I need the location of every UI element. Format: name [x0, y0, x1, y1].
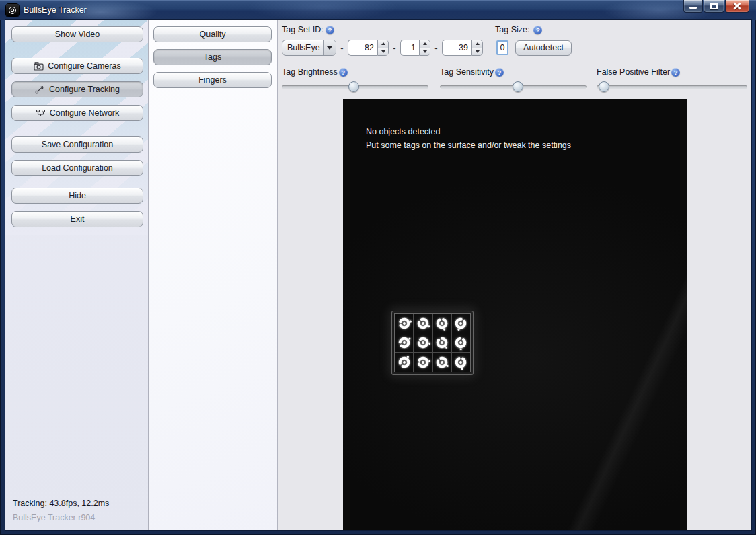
dash-separator: - — [336, 43, 348, 53]
chevron-up-icon — [423, 42, 427, 45]
sidebar-button-exit[interactable]: Exit — [11, 211, 143, 227]
tag-size-input[interactable]: 0 — [496, 40, 508, 55]
spinner-up-button[interactable] — [378, 40, 388, 48]
fiducial-tag — [414, 314, 432, 333]
help-icon[interactable]: ? — [533, 26, 542, 34]
help-icon[interactable]: ? — [671, 68, 680, 77]
sidebar-button-hide[interactable]: Hide — [11, 188, 143, 204]
slider-label-row: Tag Brightness? — [282, 67, 428, 77]
window: BullsEye Tracker Show VideoConfigure Cam… — [0, 0, 756, 535]
tag-set-id-label-row: Tag Set ID: ? — [282, 25, 334, 34]
tag-sheet-grid — [394, 313, 471, 372]
slider-tag-brightness: Tag Brightness? — [282, 67, 428, 97]
slider-thumb[interactable] — [513, 81, 523, 92]
button-label: Fingers — [198, 75, 227, 85]
sidebar-button-load-configuration[interactable]: Load Configuration — [11, 160, 143, 176]
fiducial-tag — [395, 333, 413, 352]
button-label: Show Video — [55, 30, 100, 39]
fiducial-tag — [452, 353, 470, 372]
slider-track[interactable] — [597, 85, 747, 89]
status-area: Tracking: 43.8fps, 12.2ms BullsEye Track… — [13, 497, 109, 525]
slider-track[interactable] — [282, 85, 428, 89]
window-body: Show VideoConfigure CamerasConfigure Tra… — [5, 20, 751, 530]
tag-sheet — [391, 311, 474, 375]
tag-size-label: Tag Size: — [495, 25, 529, 34]
sidebar-button-configure-cameras[interactable]: Configure Cameras — [11, 58, 143, 74]
sidebar-button-save-configuration[interactable]: Save Configuration — [11, 136, 143, 153]
help-icon[interactable]: ? — [339, 68, 348, 77]
tracking-status: Tracking: 43.8fps, 12.2ms — [13, 497, 109, 511]
chevron-up-icon — [476, 42, 480, 45]
titlebar[interactable]: BullsEye Tracker — [0, 0, 756, 20]
sidebar-button-configure-tracking[interactable]: Configure Tracking — [11, 81, 143, 97]
autodetect-button[interactable]: Autodetect — [515, 40, 572, 56]
fiducial-tag — [395, 353, 413, 372]
app-bullseye-icon — [6, 4, 19, 17]
slider-thumb[interactable] — [348, 81, 359, 92]
video-overlay-message: No objects detected Put some tags on the… — [366, 125, 571, 152]
tag-set-dropdown[interactable]: BullsEye — [282, 40, 336, 56]
chevron-down-icon — [381, 50, 385, 53]
slider-label: Tag Brightness — [282, 67, 338, 77]
tag-set-dropdown-value: BullsEye — [282, 40, 323, 55]
slider-tag-sensitivity: Tag Sensitivity? — [440, 67, 587, 97]
tab-quality[interactable]: Quality — [153, 26, 272, 42]
window-controls — [683, 0, 749, 13]
tag-id-spinner-3[interactable]: 39 — [442, 40, 483, 56]
tag-id-spinner-2[interactable]: 1 — [400, 40, 430, 56]
button-label: Hide — [69, 191, 86, 200]
button-label: Configure Network — [50, 108, 120, 118]
spinner-buttons — [377, 40, 389, 56]
button-label: Save Configuration — [42, 140, 113, 149]
close-icon — [733, 2, 741, 10]
fiducial-tag — [395, 314, 413, 333]
spinner-up-button[interactable] — [420, 40, 430, 48]
minimize-button[interactable] — [683, 0, 703, 13]
slider-thumb[interactable] — [599, 81, 609, 92]
main-panel: Tag Set ID: ? Tag Size: ? BullsEye -82-1… — [278, 20, 751, 530]
tab-fingers[interactable]: Fingers — [153, 72, 272, 88]
video-feed: No objects detected Put some tags on the… — [343, 99, 687, 530]
close-button[interactable] — [725, 0, 749, 13]
sidebar: Show VideoConfigure CamerasConfigure Tra… — [5, 20, 149, 530]
help-icon[interactable]: ? — [326, 26, 334, 34]
tag-size-label-row: Tag Size: ? — [495, 25, 542, 34]
tab-tags[interactable]: Tags — [153, 49, 272, 65]
sidebar-button-show-video[interactable]: Show Video — [11, 26, 143, 42]
maximize-button[interactable] — [704, 0, 724, 13]
sidebar-buttons: Show VideoConfigure CamerasConfigure Tra… — [5, 20, 148, 227]
spinner-down-button[interactable] — [420, 48, 430, 56]
chevron-down-icon — [327, 46, 332, 50]
help-icon[interactable]: ? — [495, 68, 504, 77]
spinner-value[interactable]: 1 — [400, 40, 419, 56]
slider-label: Tag Sensitivity — [440, 67, 494, 77]
tag-id-spinner-1[interactable]: 82 — [348, 40, 389, 56]
fiducial-tag — [414, 333, 432, 352]
minimize-icon — [689, 7, 697, 9]
fiducial-tag — [433, 333, 451, 352]
maximize-icon — [710, 3, 718, 9]
slider-track[interactable] — [440, 85, 587, 89]
spinner-buttons — [471, 40, 483, 56]
button-label: Load Configuration — [42, 163, 113, 173]
spinner-up-button[interactable] — [472, 40, 482, 48]
dropdown-arrow-button[interactable] — [323, 40, 336, 55]
dash-separator: - — [430, 43, 442, 53]
slider-false-positive-filter: False Positive Filter? — [597, 67, 747, 97]
tab-buttons: QualityTagsFingers — [149, 20, 277, 88]
fiducial-tag — [433, 353, 451, 372]
spinner-value[interactable]: 82 — [348, 40, 377, 56]
spinner-down-button[interactable] — [472, 48, 482, 56]
fiducial-tag — [452, 314, 470, 333]
spinner-down-button[interactable] — [378, 48, 388, 56]
network-icon — [36, 109, 46, 118]
hint-message: Put some tags on the surface and/or twea… — [366, 138, 571, 152]
spinner-value[interactable]: 39 — [442, 40, 471, 56]
spinner-buttons — [419, 40, 430, 56]
tag-id-row: BullsEye -82-1-390 Autodetect — [282, 40, 572, 56]
slider-label: False Positive Filter — [597, 67, 670, 77]
tag-set-id-label: Tag Set ID: — [282, 25, 324, 34]
sidebar-button-configure-network[interactable]: Configure Network — [11, 105, 143, 121]
version-label: BullsEye Tracker r904 — [13, 511, 109, 525]
button-label: Quality — [200, 30, 226, 39]
